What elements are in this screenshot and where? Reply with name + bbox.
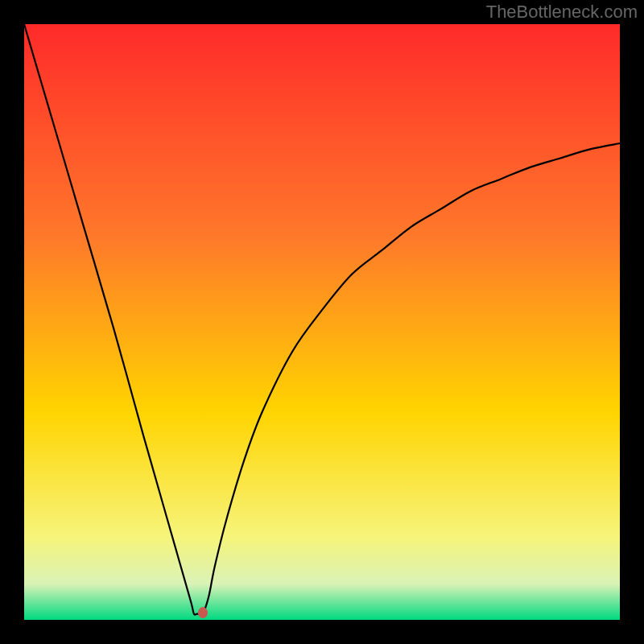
chart-outer-frame: TheBottleneck.com bbox=[0, 0, 644, 644]
marker-dot bbox=[198, 607, 208, 618]
plot-svg bbox=[24, 24, 620, 620]
gradient-background bbox=[24, 24, 620, 620]
plot-area bbox=[24, 24, 620, 620]
watermark-text: TheBottleneck.com bbox=[486, 2, 638, 23]
